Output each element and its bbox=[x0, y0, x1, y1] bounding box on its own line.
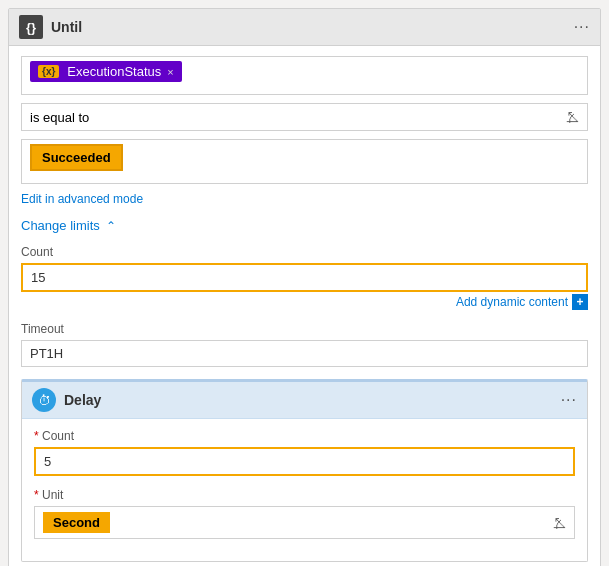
change-limits-chevron-up-icon: ⌃ bbox=[106, 219, 116, 233]
delay-header-left: ⏱ Delay bbox=[32, 388, 101, 412]
delay-body: Count Unit Second ⦩ bbox=[22, 419, 587, 561]
operator-dropdown[interactable]: is equal to ⦩ bbox=[21, 103, 588, 131]
delay-unit-field-group: Unit Second ⦩ bbox=[34, 488, 575, 539]
change-limits-label: Change limits bbox=[21, 218, 100, 233]
edit-advanced-mode-link[interactable]: Edit in advanced mode bbox=[21, 192, 588, 206]
add-dynamic-content-row: Add dynamic content + bbox=[21, 294, 588, 310]
timeout-input[interactable] bbox=[21, 340, 588, 367]
value-row: Succeeded bbox=[21, 139, 588, 184]
timeout-label: Timeout bbox=[21, 322, 588, 336]
delay-more-options-button[interactable]: ··· bbox=[561, 391, 577, 409]
delay-title: Delay bbox=[64, 392, 101, 408]
count-field-group: Count Add dynamic content + bbox=[21, 245, 588, 310]
operator-dropdown-arrow-icon: ⦩ bbox=[565, 109, 579, 125]
execution-status-row: {x} ExecutionStatus × bbox=[21, 56, 588, 95]
until-title: Until bbox=[51, 19, 82, 35]
delay-count-input[interactable] bbox=[34, 447, 575, 476]
succeeded-badge: Succeeded bbox=[30, 144, 123, 171]
until-header: {} Until ··· bbox=[9, 9, 600, 46]
execution-status-tag: {x} ExecutionStatus × bbox=[30, 61, 182, 82]
delay-unit-dropdown-arrow-icon: ⦩ bbox=[552, 515, 566, 531]
delay-clock-icon: ⏱ bbox=[32, 388, 56, 412]
until-more-options-button[interactable]: ··· bbox=[574, 18, 590, 36]
timeout-field-group: Timeout bbox=[21, 322, 588, 367]
change-limits-toggle[interactable]: Change limits ⌃ bbox=[21, 218, 588, 233]
execution-status-prefix: {x} bbox=[38, 65, 59, 78]
count-label: Count bbox=[21, 245, 588, 259]
delay-header: ⏱ Delay ··· bbox=[22, 382, 587, 419]
until-header-left: {} Until bbox=[19, 15, 82, 39]
until-block: {} Until ··· {x} ExecutionStatus × is eq… bbox=[8, 8, 601, 566]
delay-block: ⏱ Delay ··· Count Unit bbox=[21, 379, 588, 562]
delay-unit-value: Second bbox=[43, 512, 110, 533]
count-input[interactable] bbox=[21, 263, 588, 292]
execution-status-close-button[interactable]: × bbox=[167, 66, 173, 78]
delay-unit-dropdown[interactable]: Second ⦩ bbox=[34, 506, 575, 539]
delay-unit-label: Unit bbox=[34, 488, 575, 502]
until-body: {x} ExecutionStatus × is equal to ⦩ Succ… bbox=[9, 46, 600, 566]
add-dynamic-content-icon[interactable]: + bbox=[572, 294, 588, 310]
execution-status-label: ExecutionStatus bbox=[67, 64, 161, 79]
add-dynamic-content-label[interactable]: Add dynamic content bbox=[456, 295, 568, 309]
delay-count-field-group: Count bbox=[34, 429, 575, 476]
operator-value: is equal to bbox=[30, 110, 89, 125]
until-icon: {} bbox=[19, 15, 43, 39]
until-icon-label: {} bbox=[26, 20, 36, 35]
delay-count-label: Count bbox=[34, 429, 575, 443]
outer-container: {} Until ··· {x} ExecutionStatus × is eq… bbox=[0, 0, 609, 566]
